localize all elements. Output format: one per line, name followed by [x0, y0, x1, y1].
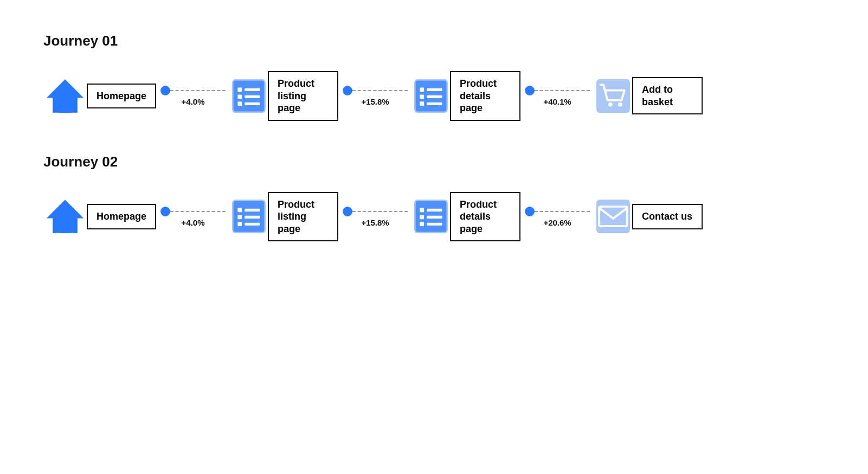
svg-rect-10 [420, 87, 424, 92]
svg-rect-1 [59, 100, 72, 113]
svg-rect-25 [237, 222, 242, 227]
svg-rect-31 [427, 216, 442, 219]
journey-section: Journey 02 Homepage +4.0% Product listin… [43, 153, 825, 242]
list-icon [412, 197, 450, 235]
svg-rect-33 [427, 223, 442, 226]
node-0: Homepage [43, 195, 156, 238]
svg-rect-15 [427, 102, 442, 105]
svg-rect-7 [237, 101, 242, 106]
dashed-line [535, 211, 590, 212]
svg-rect-21 [237, 208, 242, 213]
node-1: Product listing page [230, 71, 338, 121]
connector: +15.8% [343, 85, 408, 106]
connector-percentage: +15.8% [361, 218, 389, 227]
connector-percentage: +4.0% [182, 97, 205, 106]
connector-percentage: +40.1% [543, 97, 571, 106]
connector: +20.6% [525, 206, 590, 227]
svg-rect-29 [427, 209, 442, 212]
connector-percentage: +4.0% [182, 218, 205, 227]
connector-dot [525, 86, 535, 95]
connector-percentage: +20.6% [543, 218, 571, 227]
svg-point-17 [618, 102, 622, 106]
node-label-3: Contact us [632, 204, 703, 229]
list-icon [412, 77, 450, 115]
svg-rect-19 [59, 221, 72, 233]
connector-dot [525, 207, 535, 216]
dashed-line [535, 90, 590, 91]
journey-title: Journey 01 [43, 33, 825, 49]
connector-percentage: +15.8% [361, 97, 389, 106]
svg-rect-14 [420, 101, 424, 106]
journey-title: Journey 02 [43, 153, 825, 170]
svg-rect-5 [237, 94, 242, 99]
node-label-2: Product details page [450, 192, 520, 242]
node-2: Product details page [412, 192, 520, 242]
dashed-line [170, 211, 226, 212]
list-icon [230, 197, 268, 235]
node-label-1: Product listing page [268, 71, 338, 121]
connector: +4.0% [160, 206, 226, 227]
svg-rect-3 [237, 87, 242, 92]
svg-rect-34 [599, 207, 627, 226]
node-1: Product listing page [230, 192, 338, 242]
node-label-0: Homepage [87, 84, 156, 109]
svg-rect-30 [420, 215, 424, 220]
node-2: Product details page [412, 71, 520, 121]
mail-icon [594, 197, 632, 235]
svg-rect-11 [427, 88, 442, 91]
svg-rect-8 [245, 102, 260, 105]
node-label-2: Product details page [450, 71, 520, 121]
svg-rect-23 [237, 215, 242, 220]
connector: +40.1% [525, 85, 590, 106]
node-3: Contact us [594, 197, 703, 235]
connector-dot [343, 207, 352, 216]
cart-icon [594, 77, 632, 115]
journey-flow: Homepage +4.0% Product listing page +15.… [43, 71, 825, 121]
connector-dot [160, 86, 170, 95]
dashed-line [352, 90, 408, 91]
svg-rect-26 [245, 223, 260, 226]
node-label-1: Product listing page [268, 192, 338, 242]
svg-rect-22 [245, 209, 260, 212]
dashed-line [170, 90, 226, 91]
home-icon [43, 74, 87, 118]
connector-dot [160, 207, 170, 216]
svg-rect-32 [420, 222, 424, 227]
journey-flow: Homepage +4.0% Product listing page +15.… [43, 192, 825, 242]
svg-rect-13 [427, 95, 442, 98]
connector: +4.0% [160, 85, 226, 106]
node-3: Add to basket [594, 77, 703, 115]
svg-point-16 [608, 102, 613, 106]
connector: +15.8% [343, 206, 408, 227]
connector-dot [343, 86, 352, 95]
node-0: Homepage [43, 74, 156, 118]
node-label-3: Add to basket [632, 77, 703, 114]
node-label-0: Homepage [87, 204, 156, 229]
svg-rect-4 [245, 88, 260, 91]
svg-rect-28 [420, 208, 424, 213]
svg-rect-12 [420, 94, 424, 99]
home-icon [43, 195, 87, 238]
list-icon [230, 77, 268, 115]
dashed-line [352, 211, 408, 212]
journey-section: Journey 01 Homepage +4.0% Product listin… [43, 33, 825, 121]
svg-rect-6 [245, 95, 260, 98]
svg-rect-24 [245, 216, 260, 219]
